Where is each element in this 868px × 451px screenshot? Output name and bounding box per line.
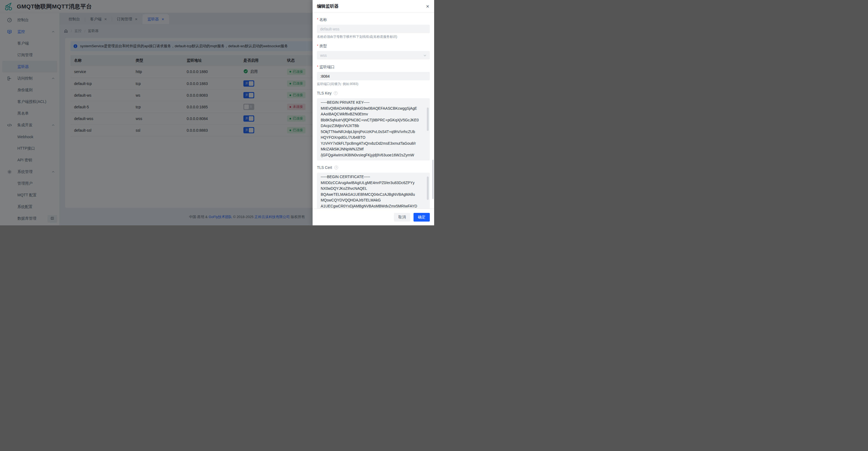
tls-cert-label: TLS Cert? xyxy=(317,164,430,171)
edit-listener-drawer: 编辑监听器 ✕ *名称 default-wss 名称必须由字母数字横杆和下划线组… xyxy=(313,0,434,226)
type-field-label: *类型 xyxy=(317,43,430,49)
tls-cert-scrollbar[interactable] xyxy=(427,177,429,200)
port-field-hint: 监听端口(前缀为: 例如:8083) xyxy=(317,82,430,86)
drawer-title: 编辑监听器 xyxy=(317,3,339,9)
cancel-button[interactable]: 取消 xyxy=(394,213,410,221)
type-select[interactable]: wss xyxy=(317,51,430,59)
close-icon[interactable]: ✕ xyxy=(425,4,430,9)
tls-key-label: TLS Key? xyxy=(317,90,430,96)
drawer-footer: 取消 确定 xyxy=(313,209,434,226)
name-field[interactable]: default-wss xyxy=(317,25,430,33)
chevron-down-icon xyxy=(423,54,427,57)
required-asterisk: * xyxy=(317,43,318,49)
app-window: GO GMQT物联网MQTT消息平台 控制台监控客户端订阅管理监听器访问控制身份… xyxy=(0,0,434,226)
tls-key-scrollbar[interactable] xyxy=(427,108,429,131)
tls-key-textarea[interactable]: -----BEGIN PRIVATE KEY----- MIIEvQIBADAN… xyxy=(317,98,430,160)
required-asterisk: * xyxy=(317,64,318,70)
confirm-button[interactable]: 确定 xyxy=(413,213,430,221)
name-field-hint: 名称必须由字母数字横杆和下划线组成(名称是服务标识) xyxy=(317,34,430,39)
help-icon[interactable]: ? xyxy=(334,91,338,95)
required-asterisk: * xyxy=(317,17,318,23)
port-field-label: *监听端口 xyxy=(317,64,430,70)
help-icon[interactable]: ? xyxy=(334,166,338,170)
name-field-label: *名称 xyxy=(317,17,430,23)
tls-cert-textarea[interactable]: -----BEGIN CERTIFICATE----- MIID0zCCArug… xyxy=(317,173,430,209)
drawer-scrollbar[interactable] xyxy=(432,160,434,199)
port-input[interactable]: :8084 xyxy=(317,72,430,80)
drawer-header: 编辑监听器 ✕ xyxy=(313,0,434,13)
drawer-body: *名称 default-wss 名称必须由字母数字横杆和下划线组成(名称是服务标… xyxy=(313,13,434,209)
